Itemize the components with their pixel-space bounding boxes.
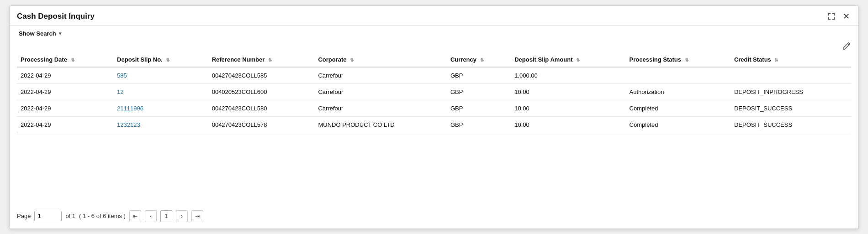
cell-processing_date: 2022-04-29 — [17, 67, 113, 84]
of-label: of 1 — [65, 213, 75, 219]
toolbar: Show Search ▼ — [10, 26, 858, 40]
sort-icon-currency: ⇅ — [480, 57, 484, 62]
edit-columns-icon — [842, 42, 851, 51]
cell-processing_status — [626, 67, 730, 84]
cell-corporate: MUNDO PRODUCT CO LTD — [314, 116, 446, 133]
cell-deposit_slip_amount: 10.00 — [511, 100, 625, 116]
cell-reference_number: 004270423COLL580 — [208, 100, 315, 116]
cell-corporate: Carrefour — [314, 83, 446, 100]
cell-deposit_slip_no[interactable]: 12 — [113, 83, 208, 100]
cell-currency: GBP — [447, 100, 511, 116]
col-reference-number[interactable]: Reference Number ⇅ — [208, 52, 315, 67]
cell-reference_number: 004020523COLL600 — [208, 83, 315, 100]
sort-icon-processing-status: ⇅ — [685, 57, 688, 62]
expand-icon[interactable] — [826, 11, 836, 21]
action-bar — [10, 40, 858, 52]
pagination: Page of 1 ( 1 - 6 of 6 items ) ⇤ ‹ 1 › ⇥ — [10, 204, 858, 229]
first-page-button[interactable]: ⇤ — [129, 210, 141, 222]
current-page-indicator: 1 — [160, 210, 172, 222]
cash-deposit-inquiry-window: Cash Deposit Inquiry ✕ Show Search ▼ — [9, 5, 859, 229]
cell-corporate: Carrefour — [314, 100, 446, 116]
page-input[interactable] — [34, 211, 62, 221]
table-row: 2022-04-291232123004270423COLL578MUNDO P… — [17, 116, 851, 133]
close-icon[interactable]: ✕ — [841, 11, 851, 21]
next-page-button[interactable]: › — [176, 210, 188, 222]
cell-reference_number: 004270423COLL585 — [208, 67, 315, 84]
items-label: ( 1 - 6 of 6 items ) — [79, 213, 126, 219]
chevron-down-icon: ▼ — [58, 31, 63, 36]
table-header: Processing Date ⇅ Deposit Slip No. ⇅ Ref… — [17, 52, 851, 67]
col-credit-status[interactable]: Credit Status ⇅ — [730, 52, 851, 67]
cell-processing_date: 2022-04-29 — [17, 83, 113, 100]
edit-columns-button[interactable] — [842, 42, 851, 51]
cell-credit_status — [730, 67, 851, 84]
cell-deposit_slip_no[interactable]: 1232123 — [113, 116, 208, 133]
cell-processing_status: Completed — [626, 100, 730, 116]
col-processing-date[interactable]: Processing Date ⇅ — [17, 52, 113, 67]
cell-processing_date: 2022-04-29 — [17, 116, 113, 133]
cell-deposit_slip_amount: 1,000.00 — [511, 67, 625, 84]
table-body: 2022-04-29585004270423COLL585CarrefourGB… — [17, 67, 851, 133]
table-row: 2022-04-2912004020523COLL600CarrefourGBP… — [17, 83, 851, 100]
cell-processing_date: 2022-04-29 — [17, 100, 113, 116]
sort-icon-reference-number: ⇅ — [268, 57, 272, 62]
table-row: 2022-04-2921111996004270423COLL580Carref… — [17, 100, 851, 116]
cell-deposit_slip_no[interactable]: 21111996 — [113, 100, 208, 116]
cell-credit_status: DEPOSIT_SUCCESS — [730, 100, 851, 116]
cell-deposit_slip_amount: 10.00 — [511, 83, 625, 100]
sort-icon-deposit-slip-no: ⇅ — [166, 57, 169, 62]
col-deposit-slip-no[interactable]: Deposit Slip No. ⇅ — [113, 52, 208, 67]
cell-reference_number: 004270423COLL578 — [208, 116, 315, 133]
cell-currency: GBP — [447, 67, 511, 84]
show-search-button[interactable]: Show Search ▼ — [17, 29, 64, 38]
col-deposit-slip-amount[interactable]: Deposit Slip Amount ⇅ — [511, 52, 625, 67]
table-container: Processing Date ⇅ Deposit Slip No. ⇅ Ref… — [10, 52, 858, 204]
title-bar-controls: ✕ — [826, 11, 851, 21]
col-processing-status[interactable]: Processing Status ⇅ — [626, 52, 730, 67]
deposits-table: Processing Date ⇅ Deposit Slip No. ⇅ Ref… — [17, 52, 851, 133]
cell-currency: GBP — [447, 83, 511, 100]
col-corporate[interactable]: Corporate ⇅ — [314, 52, 446, 67]
show-search-label: Show Search — [19, 30, 56, 37]
sort-icon-processing-date: ⇅ — [71, 57, 74, 62]
sort-icon-credit-status: ⇅ — [774, 57, 778, 62]
page-label: Page — [17, 213, 31, 219]
cell-currency: GBP — [447, 116, 511, 133]
sort-icon-corporate: ⇅ — [350, 57, 354, 62]
cell-processing_status: Authorization — [626, 83, 730, 100]
cell-credit_status: DEPOSIT_INPROGRESS — [730, 83, 851, 100]
window-title: Cash Deposit Inquiry — [17, 12, 95, 21]
col-currency[interactable]: Currency ⇅ — [447, 52, 511, 67]
cell-corporate: Carrefour — [314, 67, 446, 84]
cell-deposit_slip_no[interactable]: 585 — [113, 67, 208, 84]
cell-deposit_slip_amount: 10.00 — [511, 116, 625, 133]
cell-processing_status: Completed — [626, 116, 730, 133]
last-page-button[interactable]: ⇥ — [191, 210, 203, 222]
prev-page-button[interactable]: ‹ — [145, 210, 157, 222]
table-row: 2022-04-29585004270423COLL585CarrefourGB… — [17, 67, 851, 84]
cell-credit_status: DEPOSIT_SUCCESS — [730, 116, 851, 133]
title-bar: Cash Deposit Inquiry ✕ — [10, 6, 858, 26]
sort-icon-deposit-slip-amount: ⇅ — [576, 57, 580, 62]
